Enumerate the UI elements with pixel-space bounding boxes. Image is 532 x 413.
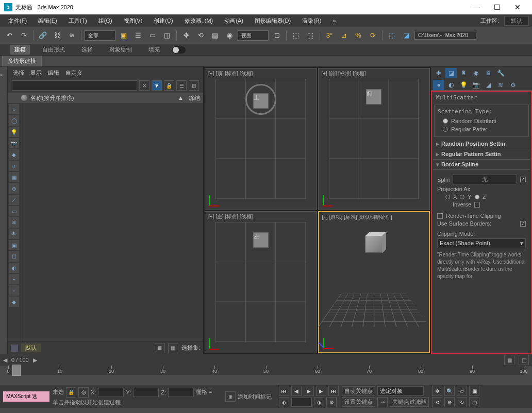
viewcube-top[interactable]: 上	[253, 93, 269, 109]
vp-layout1[interactable]: ▦	[504, 355, 514, 365]
refcoord-dropdown[interactable]: 视图	[238, 30, 269, 41]
scale-button[interactable]: ▤	[209, 29, 221, 42]
frozen-icon[interactable]: ❄	[9, 217, 19, 228]
move-button[interactable]: ✥	[180, 29, 192, 42]
vp-persp-label[interactable]: [+] [透视] [标准] [默认明暗处理]	[322, 214, 392, 221]
clipmode-dropdown[interactable]: Exact (Shade Point)▾	[437, 238, 526, 248]
surfborder-check[interactable]	[520, 221, 526, 227]
vp-layout2[interactable]: ◫	[519, 355, 529, 365]
y-input[interactable]	[133, 388, 159, 397]
viewport-top[interactable]: [+] [顶] [标准] [线框] 上	[205, 68, 317, 210]
scene-search-input[interactable]	[12, 80, 137, 91]
regular-pattern-rollout[interactable]: ▸Regular Pattern Settin	[433, 149, 530, 160]
viewport-left[interactable]: [+] [左] [标准] [线框] 左	[205, 211, 317, 353]
space-icon[interactable]: ≋	[9, 161, 19, 171]
light-icon[interactable]: 💡	[9, 127, 19, 137]
frame-input[interactable]	[291, 398, 312, 407]
proj-z-radio[interactable]	[475, 195, 479, 199]
light-subtab[interactable]: 💡	[458, 80, 469, 90]
spinnersnap-button[interactable]: ⟳	[367, 29, 379, 42]
time-config-icon[interactable]: ⚙	[326, 397, 337, 407]
ribbon-freeform[interactable]: 自由形式	[38, 45, 69, 55]
polyedit-tab[interactable]: 多边形建模	[2, 56, 42, 66]
undo-button[interactable]: ↶	[3, 29, 15, 42]
select-rect-button[interactable]: ▭	[146, 29, 159, 42]
rtclip-check[interactable]	[437, 213, 443, 219]
filter-dropdown[interactable]: 全部	[85, 30, 115, 41]
timeline-ruler[interactable]: 0102030405060708090100	[8, 366, 524, 375]
dolly-icon[interactable]: ⊕	[444, 397, 455, 407]
addtime-label[interactable]: 添加时间标记	[238, 393, 272, 401]
search-clear-button[interactable]: ✕	[139, 80, 149, 91]
snap3-button[interactable]: 3°	[323, 29, 336, 42]
bind-button[interactable]: ≋	[65, 29, 78, 42]
ribbon-objpaint[interactable]: 对象绘制	[105, 45, 136, 55]
path-display[interactable]: C:\Users\··· Max 2020	[414, 31, 476, 40]
ribbon-selection[interactable]: 选择	[77, 45, 97, 55]
leftbar-arrow-icon[interactable]: ▸	[1, 72, 7, 78]
percentsnap-button[interactable]: %	[352, 29, 364, 42]
zoomext-icon[interactable]: ▣	[469, 386, 479, 396]
menu-create[interactable]: 创建(C)	[148, 15, 178, 26]
timeline[interactable]: 0102030405060708090100	[0, 366, 532, 385]
fov-icon[interactable]: ▱	[457, 386, 467, 396]
display-tab[interactable]: 🖥	[483, 68, 494, 78]
menu-animation[interactable]: 动画(A)	[219, 15, 248, 26]
all-icon[interactable]: ▣	[9, 240, 19, 250]
keymode-button[interactable]: ⬚	[304, 29, 317, 42]
splin-check[interactable]	[520, 177, 526, 182]
proj-y-radio[interactable]	[460, 195, 464, 199]
camera-icon[interactable]: 📷	[9, 138, 19, 148]
col-freeze[interactable]: 冻结	[189, 94, 200, 102]
random-pos-rollout[interactable]: ▸Random Position Settin	[433, 139, 530, 149]
filter-button[interactable]: ▼	[152, 80, 162, 91]
keytarget-dropdown[interactable]	[377, 386, 424, 395]
proj-x-radio[interactable]	[445, 195, 450, 199]
geom-subtab[interactable]: ●	[433, 80, 444, 90]
named-sel-button[interactable]: ⬚	[386, 29, 398, 42]
key-next-icon[interactable]: ⬗	[314, 397, 324, 407]
keyfilter-button[interactable]: 关键点过滤器	[390, 397, 429, 407]
tree-icon[interactable]: ⊞	[189, 80, 199, 91]
setkey-button[interactable]: 设置关键点	[342, 397, 375, 407]
scene-menu-custom[interactable]: 自定义	[65, 69, 82, 77]
menu-rendering[interactable]: 渲染(R)	[297, 15, 326, 26]
ribbon-toggle[interactable]	[172, 46, 186, 54]
inverse-check[interactable]	[474, 202, 480, 208]
key-prev-icon[interactable]: ⬖	[279, 397, 289, 407]
close-button[interactable]: ✕	[507, 0, 528, 14]
motion-tab[interactable]: ◉	[470, 68, 481, 78]
pivot-button[interactable]: ⊡	[271, 29, 283, 42]
menu-graph[interactable]: 图形编辑器(D)	[250, 15, 296, 26]
prev-frame-icon[interactable]: ◀	[291, 386, 302, 396]
menu-tools[interactable]: 工具(T)	[63, 15, 92, 26]
goto-start-icon[interactable]: ⏮	[279, 386, 289, 396]
list-icon[interactable]: ☰	[176, 80, 187, 91]
splin-pick[interactable]: 无	[453, 175, 517, 184]
scene-list[interactable]	[21, 103, 203, 341]
border-spline-rollout[interactable]: ▾Border Spline	[433, 160, 530, 170]
workspace-dropdown[interactable]: 默认	[504, 16, 529, 26]
ribbon-populate[interactable]: 填充	[144, 45, 164, 55]
space-subtab[interactable]: ≋	[495, 80, 506, 90]
modify-tab[interactable]: ◪	[445, 68, 457, 78]
menu-views[interactable]: 视图(V)	[119, 15, 148, 26]
play-icon[interactable]: ▶	[304, 386, 314, 396]
invert-icon[interactable]: ◐	[9, 263, 19, 273]
sort-icon[interactable]: ▲	[178, 95, 184, 101]
layer-default[interactable]: 默认	[21, 343, 41, 352]
none-icon[interactable]: ☐	[9, 251, 19, 262]
viewport-front[interactable]: [+] [前] [标准] [线框] 前	[318, 68, 430, 210]
lock-icon[interactable]: 🔒	[164, 80, 174, 91]
goto-end-icon[interactable]: ⏭	[328, 386, 339, 396]
helper-icon[interactable]: ◆	[9, 149, 19, 160]
sys-subtab[interactable]: ⚙	[507, 80, 519, 90]
create-tab[interactable]: ✚	[433, 68, 444, 78]
zoom-icon[interactable]: 🔍	[444, 386, 455, 396]
geom-icon[interactable]: ○	[9, 104, 19, 114]
timetag-icon[interactable]: ⊕	[225, 391, 236, 402]
vp-left-label[interactable]: [+] [左] [标准] [线框]	[208, 213, 253, 220]
shape-subtab[interactable]: ◐	[445, 80, 457, 90]
anglesnap-button[interactable]: ⊿	[338, 29, 350, 42]
placement-button[interactable]: ◉	[223, 29, 236, 42]
